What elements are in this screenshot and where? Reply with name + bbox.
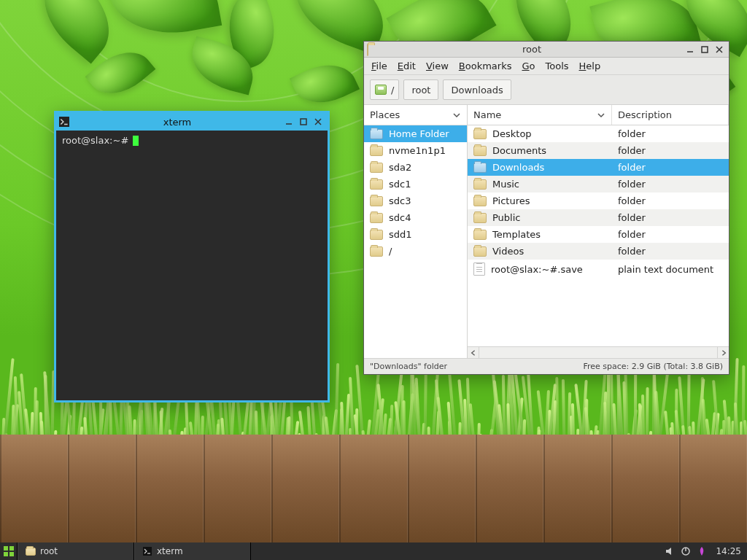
- scroll-left-icon[interactable]: [468, 347, 479, 359]
- menu-bookmarks[interactable]: Bookmarks: [459, 61, 512, 71]
- menu-tools[interactable]: Tools: [546, 61, 569, 71]
- file-desc: folder: [612, 243, 729, 260]
- fm-titlebar[interactable]: root: [364, 42, 729, 58]
- file-row[interactable]: Publicfolder: [468, 209, 729, 226]
- terminal-body[interactable]: root@slax:~#: [56, 131, 328, 400]
- file-name: Videos: [492, 246, 524, 257]
- path-seg-root[interactable]: root: [403, 79, 438, 100]
- filemanager-window[interactable]: root File Edit View Bookmarks Go Tools H…: [363, 41, 729, 375]
- sidebar-item[interactable]: /: [364, 243, 467, 260]
- sidebar-item[interactable]: sdc1: [364, 176, 467, 192]
- file-row[interactable]: Picturesfolder: [468, 192, 729, 209]
- file-name: Templates: [492, 229, 541, 240]
- column-headers: Name Description: [468, 105, 729, 125]
- sidebar-item-label: /: [389, 246, 392, 257]
- xterm-titlebar[interactable]: xterm: [56, 113, 328, 131]
- svg-rect-4: [9, 546, 14, 551]
- power-icon[interactable]: [681, 546, 691, 556]
- file-desc: folder: [612, 142, 729, 159]
- column-name[interactable]: Name: [468, 105, 612, 125]
- sidebar-item-label: Home Folder: [389, 128, 449, 139]
- task-label: xterm: [157, 546, 183, 556]
- status-left: "Downloads" folder: [370, 362, 447, 371]
- sidebar-item[interactable]: sda2: [364, 159, 467, 176]
- file-row[interactable]: Musicfolder: [468, 176, 729, 192]
- file-row[interactable]: Templatesfolder: [468, 226, 729, 243]
- folder-icon: [473, 129, 487, 139]
- fm-pathbar: / root Downloads: [364, 75, 729, 105]
- folder-icon: [370, 129, 383, 139]
- start-button[interactable]: [0, 542, 18, 560]
- file-desc: folder: [612, 159, 729, 176]
- minimize-button[interactable]: [282, 116, 295, 128]
- sidebar-item-label: nvme1n1p1: [389, 145, 446, 156]
- taskbar-task[interactable]: xterm: [134, 542, 251, 560]
- folder-icon: [473, 196, 487, 206]
- maximize-button[interactable]: [297, 116, 310, 128]
- close-button[interactable]: [311, 116, 325, 128]
- wallpaper-floor: [0, 435, 747, 544]
- taskbar-clock[interactable]: 14:25: [716, 546, 741, 556]
- xterm-window[interactable]: xterm root@slax:~#: [54, 111, 330, 402]
- horizontal-scrollbar[interactable]: [468, 346, 729, 358]
- file-name: root@slax:~#.save: [491, 264, 583, 275]
- folder-icon: [370, 179, 383, 190]
- file-row[interactable]: Videosfolder: [468, 243, 729, 260]
- chevron-down-icon: [452, 111, 461, 120]
- file-row[interactable]: Downloadsfolder: [468, 159, 729, 176]
- sidebar-header[interactable]: Places: [364, 105, 467, 125]
- menu-view[interactable]: View: [426, 61, 449, 71]
- system-tray: 14:25: [659, 546, 747, 556]
- file-row[interactable]: Documentsfolder: [468, 142, 729, 159]
- file-desc: folder: [612, 209, 729, 226]
- sidebar-item[interactable]: sdc3: [364, 192, 467, 209]
- volume-icon[interactable]: [665, 546, 675, 556]
- file-name: Desktop: [492, 128, 532, 139]
- svg-rect-3: [4, 546, 8, 551]
- path-root[interactable]: /: [370, 79, 399, 100]
- terminal-prompt: root@slax:~#: [62, 135, 131, 146]
- taskbar-task[interactable]: root: [18, 542, 134, 560]
- chevron-down-icon: [597, 111, 605, 120]
- file-name: Pictures: [492, 195, 530, 206]
- file-name: Public: [492, 212, 520, 223]
- folder-icon: [370, 163, 383, 173]
- menu-go[interactable]: Go: [522, 61, 535, 71]
- sidebar-item[interactable]: Home Folder: [364, 125, 467, 142]
- column-description[interactable]: Description: [612, 105, 729, 125]
- sidebar-item-label: sdc1: [389, 179, 411, 190]
- file-name: Downloads: [492, 162, 544, 173]
- scroll-right-icon[interactable]: [717, 347, 729, 359]
- fm-statusbar: "Downloads" folder Free space: 2.9 GiB (…: [364, 358, 729, 374]
- folder-icon: [473, 179, 487, 190]
- file-desc: folder: [612, 226, 729, 243]
- file-row[interactable]: root@slax:~#.saveplain text document: [468, 260, 729, 279]
- fm-filepane: Name Description DesktopfolderDocumentsf…: [468, 105, 729, 358]
- folder-icon: [473, 163, 487, 173]
- minimize-button[interactable]: [684, 44, 697, 55]
- svg-rect-5: [4, 552, 8, 556]
- sidebar-item[interactable]: sdd1: [364, 226, 467, 243]
- menu-edit[interactable]: Edit: [398, 61, 416, 71]
- sidebar-item-label: sdc3: [389, 195, 411, 206]
- sidebar-item[interactable]: sdc4: [364, 209, 467, 226]
- menu-help[interactable]: Help: [579, 61, 601, 71]
- folder-icon: [26, 548, 36, 556]
- status-right: Free space: 2.9 GiB (Total: 3.8 GiB): [583, 362, 723, 371]
- file-name: Music: [492, 179, 519, 190]
- file-desc: folder: [612, 176, 729, 192]
- folder-icon: [473, 246, 487, 257]
- close-button[interactable]: [713, 44, 726, 55]
- file-desc: folder: [612, 125, 729, 142]
- folder-icon: [370, 196, 383, 206]
- svg-rect-2: [702, 47, 708, 52]
- path-seg-downloads[interactable]: Downloads: [443, 79, 511, 100]
- file-row[interactable]: Desktopfolder: [468, 125, 729, 142]
- terminal-icon: [142, 546, 152, 556]
- file-icon: [473, 262, 485, 276]
- maximize-button[interactable]: [698, 44, 711, 55]
- terminal-cursor: [133, 136, 139, 146]
- sidebar-item[interactable]: nvme1n1p1: [364, 142, 467, 159]
- menu-file[interactable]: File: [371, 61, 387, 71]
- tray-app-icon[interactable]: [697, 546, 707, 556]
